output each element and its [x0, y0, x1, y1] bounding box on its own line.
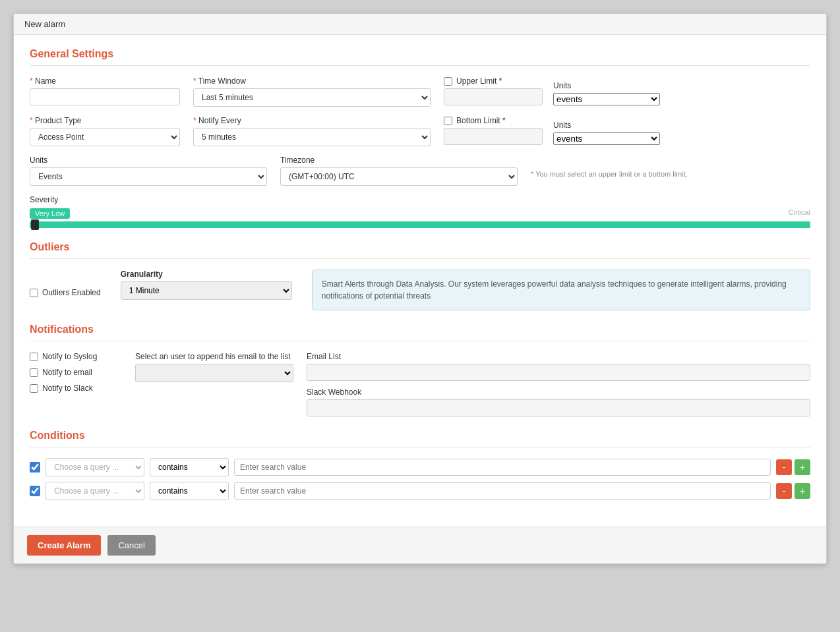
- outliers-row: Outliers Enabled Granularity 1 Minute 5 …: [30, 270, 810, 310]
- conditions-title: Conditions: [30, 430, 810, 442]
- units-main-group: Units Events Count: [30, 156, 267, 186]
- outliers-enabled-checkbox[interactable]: [30, 289, 38, 297]
- email-slack-group: Email List Slack Webhook: [307, 352, 810, 417]
- bottom-limit-checkbox[interactable]: [444, 117, 452, 125]
- notifications-divider: [30, 341, 810, 341]
- create-alarm-button[interactable]: Create Alarm: [27, 535, 101, 556]
- notify-syslog-checkbox[interactable]: [30, 353, 38, 361]
- timezone-select[interactable]: (GMT+00:00) UTC (GMT-05:00) EST (GMT-08:…: [280, 167, 518, 186]
- upper-limit-row: Upper Limit * Units events count percent: [444, 76, 660, 105]
- notify-every-required: *: [193, 116, 196, 125]
- time-window-label-text: Time Window: [198, 76, 246, 86]
- user-select-label: Select an user to append his email to th…: [135, 352, 293, 361]
- notify-email-checkbox[interactable]: [30, 368, 38, 377]
- time-window-label: * Time Window: [193, 76, 431, 86]
- slack-webhook-group: Slack Webhook: [307, 388, 810, 417]
- limit-note: * You must select an upper limit or a bo…: [531, 170, 688, 178]
- product-type-required: *: [30, 116, 33, 125]
- notify-slack-checkbox[interactable]: [30, 384, 38, 393]
- upper-limit-checkbox[interactable]: [444, 77, 452, 86]
- form-row-2: * Product Type Access Point Switch Gatew…: [30, 116, 810, 146]
- outliers-divider: [30, 258, 810, 259]
- condition-row-1-checkbox[interactable]: [30, 462, 40, 473]
- outliers-title: Outliers: [30, 241, 810, 253]
- condition-row-1: Choose a query ... contains equals not c…: [30, 458, 810, 476]
- form-row-1: * Name * Time Window Last 5 minutes Last…: [30, 76, 810, 107]
- granularity-group: Granularity 1 Minute 5 Minutes 10 Minute…: [121, 270, 292, 300]
- modal-header: New alarm: [14, 14, 826, 35]
- notify-right: Select an user to append his email to th…: [135, 352, 810, 417]
- slack-webhook-label: Slack Webhook: [307, 388, 810, 397]
- notify-every-label-text: Notify Every: [198, 116, 241, 125]
- condition-row-2-buttons: - +: [776, 483, 810, 499]
- severity-thumb[interactable]: [31, 219, 39, 230]
- notify-checkboxes: Notify to Syslog Notify to email Notify …: [30, 352, 122, 417]
- severity-track[interactable]: [30, 221, 810, 228]
- upper-limit-label: Upper Limit *: [444, 76, 543, 86]
- cancel-button[interactable]: Cancel: [107, 535, 155, 556]
- condition-row-2-contains[interactable]: contains equals not contains not equals: [150, 482, 229, 500]
- bottom-limit-label: Bottom Limit *: [444, 116, 543, 125]
- time-window-select[interactable]: Last 5 minutes Last 10 minutes Last 15 m…: [193, 88, 431, 107]
- modal-title: New alarm: [24, 19, 65, 29]
- condition-row-1-minus-button[interactable]: -: [776, 459, 792, 475]
- time-window-group: * Time Window Last 5 minutes Last 10 min…: [193, 76, 431, 107]
- units-bottom-select[interactable]: events count percent: [553, 132, 660, 145]
- general-settings-title: General Settings: [30, 48, 810, 60]
- product-type-select[interactable]: Access Point Switch Gateway: [30, 128, 180, 146]
- notify-every-group: * Notify Every 5 minutes 10 minutes 15 m…: [193, 116, 431, 146]
- upper-limit-input[interactable]: [444, 88, 543, 105]
- notifications-section: Notifications Notify to Syslog Notify to…: [30, 324, 810, 417]
- conditions-section: Conditions Choose a query ... contains e…: [30, 430, 810, 500]
- email-list-group: Email List: [307, 352, 810, 381]
- outliers-enabled-label: Outliers Enabled: [42, 288, 101, 297]
- notify-every-select[interactable]: 5 minutes 10 minutes 15 minutes 30 minut…: [193, 128, 431, 146]
- email-list-input[interactable]: [307, 364, 810, 381]
- notifications-content: Notify to Syslog Notify to email Notify …: [30, 352, 810, 417]
- severity-label: Severity: [30, 195, 810, 204]
- conditions-divider: [30, 447, 810, 447]
- condition-row-1-query[interactable]: Choose a query ...: [45, 458, 144, 476]
- bottom-limit-row: Bottom Limit * Units events count percen…: [444, 116, 660, 145]
- bottom-limit-label-text: Bottom Limit *: [456, 116, 506, 125]
- general-settings-divider: [30, 65, 810, 66]
- condition-row-2-search[interactable]: [234, 482, 771, 500]
- bottom-limit-group: Bottom Limit *: [444, 116, 543, 145]
- condition-row-2-plus-button[interactable]: +: [795, 483, 810, 499]
- notify-syslog-label: Notify to Syslog: [42, 352, 97, 361]
- name-required: *: [30, 76, 33, 86]
- condition-row-1-search[interactable]: [234, 459, 771, 476]
- form-row-3: Units Events Count Timezone (GMT+00:00) …: [30, 156, 810, 186]
- condition-row-2-minus-button[interactable]: -: [776, 483, 792, 499]
- severity-critical: Critical: [788, 208, 810, 219]
- bottom-limit-input[interactable]: [444, 128, 543, 145]
- units-upper-label: Units: [553, 81, 660, 90]
- time-window-required: *: [193, 76, 196, 86]
- user-select[interactable]: [135, 364, 293, 382]
- timezone-label: Timezone: [280, 156, 518, 165]
- modal-body: General Settings * Name * Time Window: [14, 35, 826, 527]
- product-type-label-text: Product Type: [35, 116, 82, 125]
- condition-row-2-checkbox[interactable]: [30, 486, 40, 496]
- units-bottom-group: Units events count percent: [553, 121, 660, 145]
- notifications-title: Notifications: [30, 324, 810, 335]
- granularity-select[interactable]: 1 Minute 5 Minutes 10 Minutes 15 Minutes: [121, 281, 292, 300]
- condition-row-1-plus-button[interactable]: +: [795, 459, 810, 475]
- name-group: * Name: [30, 76, 180, 105]
- condition-row-1-contains[interactable]: contains equals not contains not equals: [150, 458, 229, 476]
- units-main-select[interactable]: Events Count: [30, 167, 267, 186]
- notify-slack-label: Notify to Slack: [42, 384, 93, 393]
- email-list-label: Email List: [307, 352, 810, 361]
- general-settings-section: General Settings * Name * Time Window: [30, 48, 810, 228]
- name-input[interactable]: [30, 88, 180, 105]
- timezone-group: Timezone (GMT+00:00) UTC (GMT-05:00) EST…: [280, 156, 518, 186]
- slack-webhook-input[interactable]: [307, 399, 810, 417]
- severity-section: Severity Very Low Critical: [30, 195, 810, 228]
- notify-slack-row: Notify to Slack: [30, 384, 122, 393]
- condition-row-2-query[interactable]: Choose a query ...: [45, 482, 144, 500]
- new-alarm-modal: New alarm General Settings * Name *: [13, 13, 827, 564]
- severity-labels-row: Very Low Critical: [30, 208, 810, 219]
- units-bottom-label: Units: [553, 121, 660, 130]
- units-upper-select[interactable]: events count percent: [553, 93, 660, 105]
- notify-every-label: * Notify Every: [193, 116, 431, 125]
